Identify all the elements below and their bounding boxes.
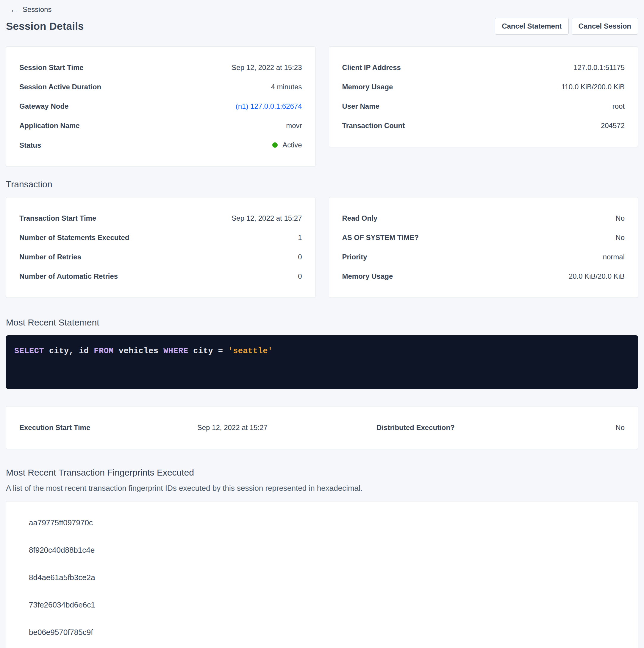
row-value: 4 minutes: [271, 83, 302, 91]
status-badge: Active: [282, 141, 302, 149]
fingerprint-item: 8f920c40d88b1c4e: [19, 546, 625, 555]
sql-identifier: city, id: [44, 346, 94, 356]
row-as-of-system-time: AS OF SYSTEM TIME? No: [342, 233, 625, 242]
page-header: Session Details Cancel Statement Cancel …: [6, 18, 638, 35]
fingerprint-item: be06e9570f785c9f: [19, 628, 625, 637]
row-statements-executed: Number of Statements Executed 1: [19, 233, 302, 242]
row-value: Sep 12, 2022 at 15:27: [232, 214, 302, 222]
sql-string-literal: 'seattle': [228, 346, 273, 356]
row-value: 127.0.0.1:51175: [574, 63, 625, 72]
row-label: Session Start Time: [19, 63, 83, 72]
fingerprint-item: 73fe26034bd6e6c1: [19, 600, 625, 609]
row-value: movr: [286, 121, 302, 130]
row-value: No: [616, 233, 625, 242]
row-label: Session Active Duration: [19, 83, 101, 91]
back-link-label: Sessions: [22, 5, 52, 14]
row-label: Distributed Execution?: [376, 424, 455, 432]
row-status: Status Active: [19, 141, 302, 150]
row-label: Number of Retries: [19, 253, 81, 261]
sql-keyword: FROM: [94, 346, 114, 356]
header-actions: Cancel Statement Cancel Session: [495, 18, 638, 35]
row-label: Client IP Address: [342, 63, 401, 72]
row-distributed-execution: Distributed Execution? No: [376, 424, 625, 432]
sql-identifier: city =: [188, 346, 228, 356]
row-value: Sep 12, 2022 at 15:23: [232, 63, 302, 72]
session-summary-card-right: Client IP Address 127.0.0.1:51175 Memory…: [329, 47, 638, 147]
row-value: 0: [298, 272, 302, 280]
fingerprint-item: aa79775ff097970c: [19, 518, 625, 527]
transaction-card-right: Read Only No AS OF SYSTEM TIME? No Prior…: [329, 197, 638, 298]
status-active-dot-icon: [272, 142, 278, 148]
row-label: Status: [19, 141, 41, 150]
row-label: Application Name: [19, 121, 80, 130]
session-details-page: ← Sessions Session Details Cancel Statem…: [0, 0, 644, 648]
gateway-node-link[interactable]: (n1) 127.0.0.1:62674: [236, 102, 302, 110]
fingerprints-section-heading: Most Recent Transaction Fingerprints Exe…: [6, 468, 638, 478]
arrow-left-icon: ←: [10, 6, 18, 13]
row-gateway-node: Gateway Node (n1) 127.0.0.1:62674: [19, 102, 302, 110]
statement-section-heading: Most Recent Statement: [6, 317, 638, 328]
transaction-section-heading: Transaction: [6, 179, 638, 190]
row-value: 1: [298, 233, 302, 242]
back-row: ← Sessions: [10, 5, 638, 14]
cancel-statement-button[interactable]: Cancel Statement: [495, 18, 569, 35]
fingerprint-item: 8d4ae61a5fb3ce2a: [19, 573, 625, 582]
row-value: Sep 12, 2022 at 15:27: [197, 424, 268, 432]
row-transaction-count: Transaction Count 204572: [342, 121, 625, 130]
row-label: Gateway Node: [19, 102, 68, 110]
row-label: Number of Statements Executed: [19, 233, 129, 242]
sql-keyword: WHERE: [163, 346, 188, 356]
sql-statement-box: SELECT city, id FROM vehicles WHERE city…: [6, 335, 638, 389]
row-label: User Name: [342, 102, 379, 110]
row-label: AS OF SYSTEM TIME?: [342, 233, 419, 242]
back-to-sessions-link[interactable]: ← Sessions: [10, 5, 52, 14]
row-client-ip-address: Client IP Address 127.0.0.1:51175: [342, 63, 625, 72]
fingerprints-card: aa79775ff097970c 8f920c40d88b1c4e 8d4ae6…: [6, 501, 638, 648]
cancel-session-button[interactable]: Cancel Session: [572, 18, 638, 35]
row-value: 0: [298, 253, 302, 261]
row-transaction-start-time: Transaction Start Time Sep 12, 2022 at 1…: [19, 214, 302, 222]
row-session-active-duration: Session Active Duration 4 minutes: [19, 83, 302, 91]
row-label: Memory Usage: [342, 83, 393, 91]
row-label: Number of Automatic Retries: [19, 272, 118, 280]
row-session-start-time: Session Start Time Sep 12, 2022 at 15:23: [19, 63, 302, 72]
row-value: 204572: [601, 121, 625, 130]
row-memory-usage: Memory Usage 110.0 KiB/200.0 KiB: [342, 83, 625, 91]
session-summary-grid: Session Start Time Sep 12, 2022 at 15:23…: [6, 47, 638, 167]
status-value: Active: [272, 141, 302, 149]
row-label: Priority: [342, 253, 367, 261]
row-label: Read Only: [342, 214, 378, 222]
row-read-only: Read Only No: [342, 214, 625, 222]
row-label: Transaction Start Time: [19, 214, 96, 222]
session-summary-card-left: Session Start Time Sep 12, 2022 at 15:23…: [6, 47, 315, 167]
row-value: 20.0 KiB/20.0 KiB: [569, 272, 625, 280]
row-automatic-retries: Number of Automatic Retries 0: [19, 272, 302, 280]
page-title: Session Details: [6, 20, 84, 32]
row-value: root: [612, 102, 625, 110]
execution-summary-card: Execution Start Time Sep 12, 2022 at 15:…: [6, 406, 638, 449]
row-number-of-retries: Number of Retries 0: [19, 253, 302, 261]
sql-identifier: vehicles: [114, 346, 163, 356]
row-value: No: [616, 214, 625, 222]
row-priority: Priority normal: [342, 253, 625, 261]
transaction-card-left: Transaction Start Time Sep 12, 2022 at 1…: [6, 197, 315, 298]
row-user-name: User Name root: [342, 102, 625, 110]
row-value: 110.0 KiB/200.0 KiB: [561, 83, 625, 91]
sql-statement-text: SELECT city, id FROM vehicles WHERE city…: [14, 346, 630, 356]
transaction-grid: Transaction Start Time Sep 12, 2022 at 1…: [6, 197, 638, 298]
row-execution-start-time: Execution Start Time Sep 12, 2022 at 15:…: [19, 424, 268, 432]
row-application-name: Application Name movr: [19, 121, 302, 130]
row-txn-memory-usage: Memory Usage 20.0 KiB/20.0 KiB: [342, 272, 625, 280]
row-value: normal: [603, 253, 625, 261]
row-value: No: [616, 424, 625, 432]
row-label: Execution Start Time: [19, 424, 90, 432]
sql-keyword: SELECT: [14, 346, 44, 356]
row-label: Memory Usage: [342, 272, 393, 280]
row-label: Transaction Count: [342, 121, 405, 130]
fingerprints-description: A list of the most recent transaction fi…: [6, 484, 638, 493]
